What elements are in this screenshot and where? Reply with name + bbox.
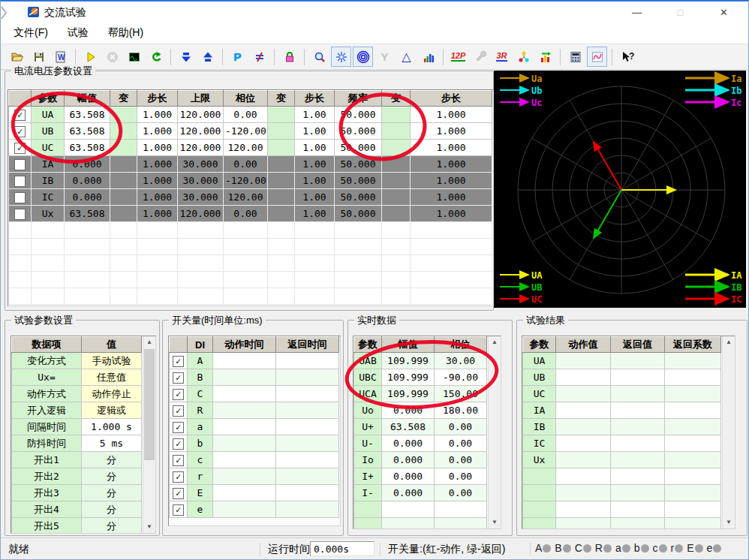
param-item-value[interactable]: 动作停止 bbox=[82, 386, 142, 402]
row-check-cell[interactable] bbox=[9, 140, 32, 156]
row-checkbox[interactable] bbox=[14, 143, 26, 154]
cell-limit[interactable]: 30.000 bbox=[178, 173, 224, 189]
cell-amplitude[interactable]: 0.000 bbox=[65, 189, 110, 206]
waveform-view-button[interactable] bbox=[124, 47, 144, 67]
cell-var[interactable] bbox=[268, 255, 295, 272]
cell-frequency[interactable]: 50.000 bbox=[335, 173, 382, 189]
cell-var[interactable] bbox=[110, 288, 137, 305]
row-check-cell[interactable] bbox=[170, 419, 188, 435]
cell-step[interactable] bbox=[411, 255, 492, 272]
row-checkbox[interactable] bbox=[14, 209, 26, 220]
target-view-button[interactable] bbox=[353, 47, 373, 67]
row-checkbox[interactable] bbox=[14, 110, 26, 121]
cell-phase[interactable]: -120.00 bbox=[224, 123, 268, 140]
scroll-down-icon[interactable]: ▼ bbox=[723, 516, 735, 528]
cell-amplitude[interactable] bbox=[65, 272, 110, 288]
cell-var[interactable] bbox=[110, 107, 137, 123]
row-check-cell[interactable] bbox=[9, 239, 32, 255]
lock-button[interactable] bbox=[279, 47, 299, 67]
row-check-cell[interactable] bbox=[170, 501, 188, 518]
context-help-button[interactable]: ? bbox=[617, 47, 637, 67]
row-checkbox[interactable] bbox=[14, 159, 26, 170]
export-report-button[interactable]: W bbox=[50, 47, 71, 67]
param-item-value[interactable]: 分 bbox=[82, 452, 142, 468]
row-check-cell[interactable] bbox=[170, 485, 188, 501]
cell-frequency[interactable]: 50.000 bbox=[335, 123, 382, 140]
delta-connection-button[interactable]: △ bbox=[396, 47, 417, 67]
stop-test-button[interactable] bbox=[102, 47, 122, 67]
cell-var[interactable] bbox=[382, 206, 411, 222]
cell-step[interactable]: 1.000 bbox=[137, 189, 178, 206]
cell-step[interactable] bbox=[137, 239, 178, 255]
cell-var[interactable] bbox=[268, 189, 295, 206]
row-check-cell[interactable] bbox=[9, 222, 32, 239]
cell-var[interactable] bbox=[268, 206, 295, 222]
row-checkbox[interactable] bbox=[173, 438, 184, 450]
y-connection-button[interactable]: Y bbox=[374, 47, 395, 67]
cell-var[interactable] bbox=[268, 239, 295, 255]
cell-param[interactable]: IA bbox=[32, 156, 65, 173]
cell-step[interactable] bbox=[295, 239, 335, 255]
step-chart-button[interactable] bbox=[535, 47, 555, 67]
cell-step[interactable]: 1.00 bbox=[295, 189, 335, 206]
cell-step[interactable] bbox=[137, 288, 178, 305]
cell-frequency[interactable] bbox=[335, 239, 382, 255]
row-check-cell[interactable] bbox=[170, 386, 188, 402]
cell-step[interactable]: 1.00 bbox=[295, 123, 335, 140]
cell-param[interactable]: UB bbox=[32, 123, 65, 140]
cell-limit[interactable]: 120.000 bbox=[178, 206, 224, 222]
cell-limit[interactable] bbox=[178, 288, 224, 305]
row-checkbox[interactable] bbox=[14, 126, 26, 137]
row-check-cell[interactable] bbox=[9, 173, 32, 189]
cell-limit[interactable]: 30.000 bbox=[178, 156, 224, 173]
revert-button[interactable] bbox=[146, 47, 166, 67]
minimize-button[interactable]: — bbox=[620, 2, 654, 23]
param-item-value[interactable]: 1.000 s bbox=[82, 419, 142, 435]
harmonics-12p-button[interactable]: 12P bbox=[448, 47, 468, 67]
menu-help[interactable]: 帮助(H) bbox=[100, 23, 152, 40]
step-down-button[interactable] bbox=[176, 47, 196, 67]
oscilloscope-button[interactable] bbox=[587, 47, 607, 67]
cell-param[interactable]: Ux bbox=[32, 206, 65, 222]
cell-var[interactable] bbox=[110, 222, 137, 239]
row-check-cell[interactable] bbox=[9, 189, 32, 206]
cell-var[interactable] bbox=[110, 173, 137, 189]
cell-step[interactable]: 1.000 bbox=[137, 156, 178, 173]
row-check-cell[interactable] bbox=[170, 369, 188, 386]
cell-frequency[interactable]: 50.000 bbox=[335, 206, 382, 222]
cell-amplitude[interactable] bbox=[65, 255, 110, 272]
row-check-cell[interactable] bbox=[9, 107, 32, 123]
cell-amplitude[interactable] bbox=[65, 288, 110, 305]
row-checkbox[interactable] bbox=[173, 405, 184, 417]
param-item-value[interactable]: 逻辑或 bbox=[82, 402, 142, 419]
param-item-value[interactable]: 5 ms bbox=[82, 435, 142, 452]
param-item-value[interactable]: 分 bbox=[82, 485, 142, 501]
cell-var[interactable] bbox=[268, 272, 295, 288]
save-file-button[interactable] bbox=[29, 47, 49, 67]
cell-phase[interactable] bbox=[224, 288, 268, 305]
menu-file[interactable]: 文件(F) bbox=[5, 23, 56, 40]
calculator-button[interactable] bbox=[565, 47, 585, 67]
cell-param[interactable]: IB bbox=[32, 173, 65, 189]
cell-param[interactable]: UA bbox=[32, 107, 65, 123]
cell-phase[interactable]: 0.00 bbox=[224, 206, 268, 222]
cell-var[interactable] bbox=[382, 189, 411, 206]
cell-param[interactable] bbox=[32, 272, 65, 288]
phase-button[interactable]: P bbox=[227, 47, 248, 67]
cell-limit[interactable]: 30.000 bbox=[178, 189, 224, 206]
cell-var[interactable] bbox=[268, 156, 295, 173]
cell-step[interactable]: 1.000 bbox=[411, 107, 492, 123]
row-checkbox[interactable] bbox=[173, 504, 184, 516]
cell-step[interactable] bbox=[411, 222, 492, 239]
cell-limit[interactable] bbox=[178, 222, 224, 239]
cell-step[interactable]: 1.000 bbox=[411, 140, 492, 156]
test-params-scrollbar[interactable]: ▲ ▼ bbox=[143, 336, 155, 533]
cell-limit[interactable]: 120.000 bbox=[178, 140, 224, 156]
cell-step[interactable]: 1.000 bbox=[411, 206, 492, 222]
cell-amplitude[interactable]: 0.000 bbox=[65, 156, 110, 173]
cell-step[interactable]: 1.00 bbox=[295, 107, 335, 123]
menu-test[interactable]: 试验 bbox=[59, 23, 97, 40]
row-checkbox[interactable] bbox=[173, 356, 184, 367]
three-phase-3r-button[interactable]: 3R bbox=[492, 47, 512, 67]
cell-frequency[interactable]: 50.000 bbox=[335, 140, 382, 156]
